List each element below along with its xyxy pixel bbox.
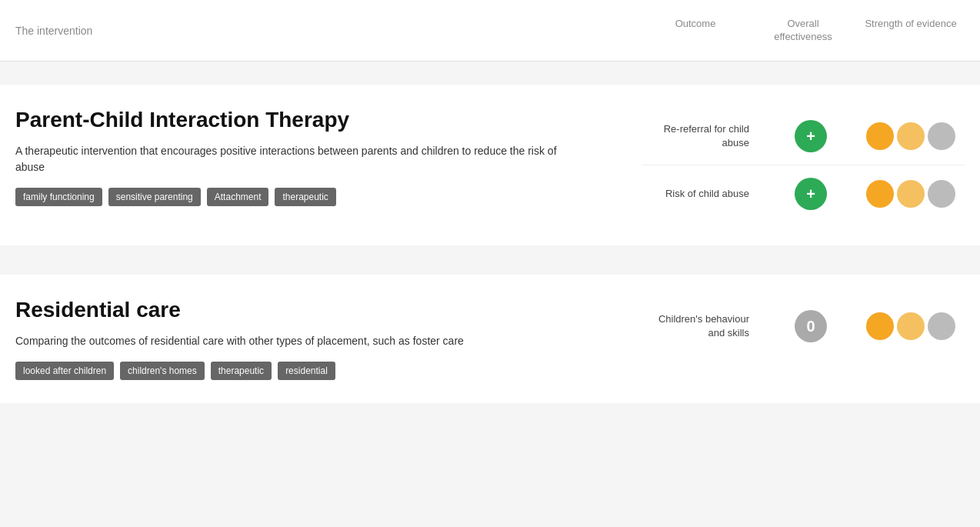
outcome-row-0-0[interactable]: Re-referral for child abuse +: [642, 108, 965, 165]
tag-0-3[interactable]: therapeutic: [275, 188, 335, 206]
card-description-0: A therapeutic intervention that encourag…: [15, 143, 569, 175]
tag-1-3[interactable]: residential: [278, 362, 335, 380]
outcome-row-0-1[interactable]: Risk of child abuse +: [642, 165, 965, 222]
cards-container: Parent-Child Interaction Therapy A thera…: [0, 85, 980, 403]
evidence-dot-0-0-1: [897, 122, 925, 150]
evidence-col-0-0: [857, 122, 965, 150]
header-intervention-label: The intervention: [15, 25, 642, 37]
header-evidence-col: Strength of evidence: [857, 18, 965, 44]
outcome-label-0-0: Re-referral for child abuse: [642, 122, 765, 150]
card-content-0: Parent-Child Interaction Therapy A thera…: [15, 108, 965, 222]
card-description-1: Comparing the outcomes of residential ca…: [15, 333, 569, 349]
card-content-1: Residential care Comparing the outcomes …: [15, 298, 965, 380]
outcome-row-1-0[interactable]: Children's behaviour and skills 0: [642, 298, 965, 355]
card-title-1: Residential care: [15, 298, 626, 322]
effectiveness-col-0-1: +: [765, 178, 857, 210]
effectiveness-circle-1-0: 0: [795, 310, 827, 342]
evidence-dot-0-1-2: [928, 180, 955, 208]
effectiveness-circle-0-0: +: [795, 120, 827, 152]
header-columns: Outcome Overall effectiveness Strength o…: [642, 18, 965, 44]
card-right-1: Children's behaviour and skills 0: [642, 298, 965, 355]
page-header: The intervention Outcome Overall effecti…: [0, 0, 980, 62]
spacer-top: [0, 62, 980, 85]
evidence-dot-0-0-0: [866, 122, 894, 150]
card-left-1: Residential care Comparing the outcomes …: [15, 298, 642, 380]
evidence-dot-1-0-2: [928, 312, 955, 340]
header-outcome-col: Outcome: [642, 18, 749, 44]
header-effectiveness-col: Overall effectiveness: [749, 18, 857, 44]
spacer-0: [0, 252, 980, 275]
outcome-label-0-1: Risk of child abuse: [642, 187, 765, 201]
evidence-dot-0-0-2: [928, 122, 955, 150]
card-tags-0: family functioningsensitive parentingAtt…: [15, 188, 626, 206]
tag-1-2[interactable]: therapeutic: [211, 362, 272, 380]
card-residential: Residential care Comparing the outcomes …: [0, 275, 980, 403]
effectiveness-col-0-0: +: [765, 120, 857, 152]
tag-1-1[interactable]: children's homes: [120, 362, 205, 380]
evidence-dot-0-1-1: [897, 180, 925, 208]
tag-0-0[interactable]: family functioning: [15, 188, 102, 206]
card-right-0: Re-referral for child abuse + Risk of ch…: [642, 108, 965, 222]
tag-1-0[interactable]: looked after children: [15, 362, 114, 380]
tag-0-2[interactable]: Attachment: [207, 188, 269, 206]
card-left-0: Parent-Child Interaction Therapy A thera…: [15, 108, 642, 206]
effectiveness-circle-0-1: +: [795, 178, 827, 210]
evidence-col-1-0: [857, 312, 965, 340]
card-pcit: Parent-Child Interaction Therapy A thera…: [0, 85, 980, 245]
effectiveness-col-1-0: 0: [765, 310, 857, 342]
evidence-col-0-1: [857, 180, 965, 208]
outcome-label-1-0: Children's behaviour and skills: [642, 312, 765, 340]
card-tags-1: looked after childrenchildren's homesthe…: [15, 362, 626, 380]
evidence-dot-1-0-0: [866, 312, 894, 340]
tag-0-1[interactable]: sensitive parenting: [108, 188, 201, 206]
evidence-dot-1-0-1: [897, 312, 925, 340]
card-title-0: Parent-Child Interaction Therapy: [15, 108, 626, 132]
evidence-dot-0-1-0: [866, 180, 894, 208]
